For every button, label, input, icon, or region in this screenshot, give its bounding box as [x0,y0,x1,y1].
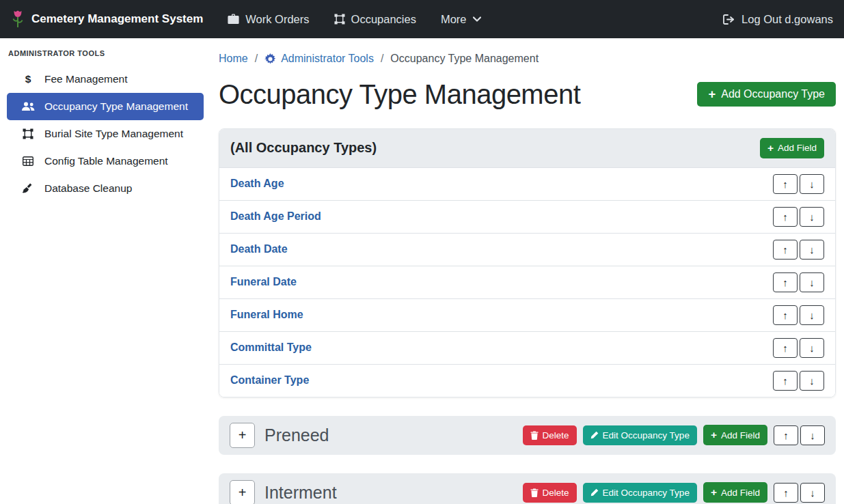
move-down-button[interactable]: ↓ [800,371,824,391]
app-brand[interactable]: Cemetery Management System [11,9,203,29]
plus-icon: + [767,143,774,154]
nav-more[interactable]: More [441,13,481,26]
delete-button[interactable]: Delete [523,483,577,503]
trash-icon [530,488,539,497]
main-nav: Work Orders Occupancies More [228,13,480,26]
plus-icon: + [708,88,716,100]
move-up-button[interactable]: ↑ [774,483,798,503]
move-up-button[interactable]: ↑ [773,174,798,194]
sidebar: Administrator Tools $ Fee Management Occ… [0,38,210,504]
breadcrumb: Home / Administrator Tools / Occupancy T… [219,51,836,67]
page-title: Occupancy Type Management [219,78,580,111]
sidebar-item-occupancy-type-management[interactable]: Occupancy Type Management [7,93,204,120]
field-row: Funeral Date ↑ ↓ [219,266,835,298]
sidebar-item-burial-site-type-management[interactable]: Burial Site Type Management [7,120,204,148]
section-title: Preneed [264,425,329,445]
nav-work-orders-label: Work Orders [245,13,309,26]
main-content: Home / Administrator Tools / Occupancy T… [210,38,844,504]
add-field-button[interactable]: + Add Field [703,425,767,445]
move-up-button[interactable]: ↑ [773,272,798,292]
expand-button[interactable]: + [230,423,255,448]
add-field-button[interactable]: + Add Field [703,482,767,503]
nav-occupancies-label: Occupancies [351,13,416,26]
field-link-death-age[interactable]: Death Age [230,178,284,190]
nav-work-orders[interactable]: Work Orders [228,13,309,26]
field-row: Death Date ↑ ↓ [219,233,835,266]
sidebar-heading: Administrator Tools [0,44,210,66]
field-link-death-age-period[interactable]: Death Age Period [230,210,321,223]
users-icon [21,102,36,111]
move-down-button[interactable]: ↓ [800,272,824,292]
sidebar-item-config-table-management[interactable]: Config Table Management [7,148,204,175]
logout-label: Log Out d.gowans [741,13,833,26]
field-link-funeral-date[interactable]: Funeral Date [230,276,297,288]
move-down-button[interactable]: ↓ [800,425,825,445]
delete-label: Delete [543,488,569,498]
nav-more-label: More [441,13,467,26]
move-down-button[interactable]: ↓ [800,240,824,260]
breadcrumb-separator: / [255,51,258,67]
tulip-logo-icon [11,9,25,29]
delete-button[interactable]: Delete [523,425,577,445]
section-actions: Delete Edit Occupancy Type + Add Field ↑ [523,482,825,503]
sidebar-item-label: Occupancy Type Management [44,100,188,113]
move-down-button[interactable]: ↓ [800,174,824,194]
nav-occupancies[interactable]: Occupancies [334,13,416,26]
vector-square-icon [21,128,36,139]
breadcrumb-separator: / [381,51,383,67]
pencil-icon [590,488,599,496]
move-up-button[interactable]: ↑ [773,305,798,325]
reorder-controls: ↑ ↓ [773,338,824,358]
section-actions: Delete Edit Occupancy Type + Add Field ↑ [523,425,825,445]
plus-icon: + [711,430,717,440]
edit-occupancy-type-button[interactable]: Edit Occupancy Type [583,483,697,503]
broom-icon [21,183,36,194]
move-up-button[interactable]: ↑ [773,240,798,260]
pencil-icon [590,431,599,439]
breadcrumb-home-link[interactable]: Home [219,51,248,67]
delete-label: Delete [543,430,569,440]
move-up-button[interactable]: ↑ [773,207,798,227]
add-field-button[interactable]: + Add Field [760,138,824,158]
field-link-container-type[interactable]: Container Type [230,374,309,387]
reorder-controls: ↑ ↓ [774,483,825,503]
all-occupancy-types-card: (All Occupancy Types) + Add Field Death … [219,128,836,397]
trash-icon [530,431,539,440]
add-occupancy-type-button[interactable]: + Add Occupancy Type [697,82,836,107]
field-row: Container Type ↑ ↓ [219,364,835,397]
occupancy-type-section-interment: + Interment Delete [219,473,836,504]
sidebar-item-database-cleanup[interactable]: Database Cleanup [7,175,204,202]
reorder-controls: ↑ ↓ [773,207,824,227]
field-row: Committal Type ↑ ↓ [219,331,835,364]
move-down-button[interactable]: ↓ [800,207,824,227]
field-row: Death Age Period ↑ ↓ [219,200,835,233]
sidebar-item-fee-management[interactable]: $ Fee Management [7,66,204,93]
move-up-button[interactable]: ↑ [774,425,798,445]
expand-button[interactable]: + [230,480,255,504]
plus-icon: + [711,487,717,498]
table-icon [21,156,36,166]
occupancy-type-section-preneed: + Preneed Delete [219,416,836,455]
toolbox-icon [228,14,239,25]
edit-occupancy-type-button[interactable]: Edit Occupancy Type [583,425,697,445]
sidebar-item-label: Fee Management [44,73,128,85]
move-down-button[interactable]: ↓ [800,338,824,358]
all-occupancy-types-header: (All Occupancy Types) + Add Field [219,129,835,167]
all-occupancy-types-title: (All Occupancy Types) [230,140,377,156]
breadcrumb-admin-tools-link[interactable]: Administrator Tools [264,51,374,67]
move-up-button[interactable]: ↑ [773,338,798,358]
vector-square-icon [334,14,345,25]
breadcrumb-current: Occupancy Type Management [390,51,539,67]
move-up-button[interactable]: ↑ [773,371,798,391]
edit-occupancy-type-label: Edit Occupancy Type [603,488,690,498]
logout-button[interactable]: Log Out d.gowans [723,13,833,26]
field-link-committal-type[interactable]: Committal Type [230,341,312,354]
app-title: Cemetery Management System [31,12,203,26]
dollar-icon: $ [21,73,36,85]
field-link-funeral-home[interactable]: Funeral Home [230,309,303,321]
add-field-label: Add Field [721,430,760,440]
field-link-death-date[interactable]: Death Date [230,243,288,255]
move-down-button[interactable]: ↓ [800,483,825,503]
move-down-button[interactable]: ↓ [800,305,824,325]
reorder-controls: ↑ ↓ [773,272,824,292]
